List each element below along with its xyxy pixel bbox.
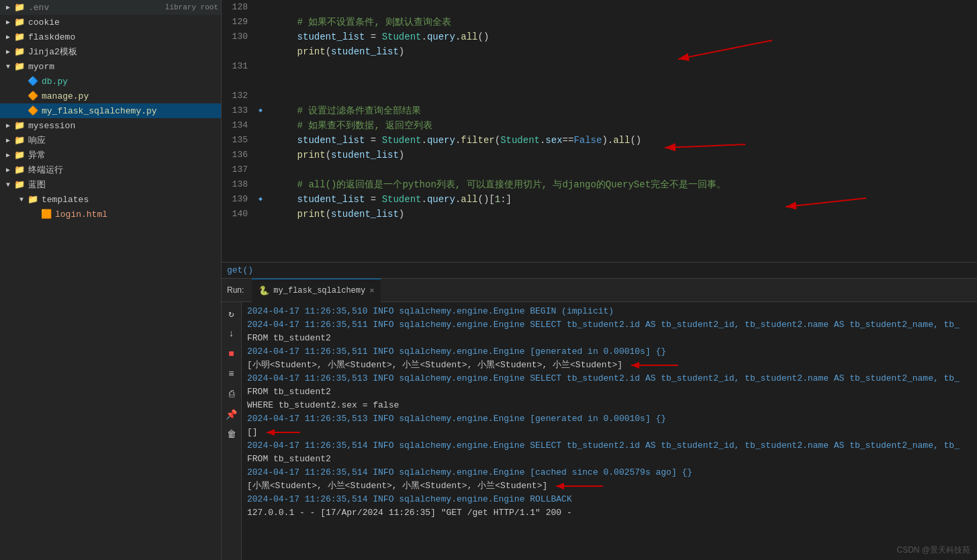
run-actions: ↻ ↓ ■ ≡ ⎙ 📌 🗑 xyxy=(222,302,242,560)
sidebar-item-cookie[interactable]: ▶ 📁 cookie xyxy=(0,15,221,30)
sidebar-item-templates[interactable]: ▼ 📁 templates xyxy=(0,192,221,207)
folder-icon: 📁 xyxy=(13,150,26,160)
run-tab-name: my_flask_sqlalchemy xyxy=(273,286,365,295)
code-line-135: 135 student_list = Student.query.filter(… xyxy=(222,133,977,148)
code-line-140: 140 print(student_list) xyxy=(222,207,977,222)
python-file-icon: 🔶 xyxy=(27,91,39,101)
output-line-2: 2024-04-17 11:26:35,511 INFO sqlalchemy.… xyxy=(247,318,972,332)
output-result-1: [小明<Student>, 小黑<Student>, 小兰<Student>, … xyxy=(247,359,622,372)
sidebar-item-jinja2[interactable]: ▶ 📁 Jinja2模板 xyxy=(0,44,221,59)
sidebar-item-response[interactable]: ▶ 📁 响应 xyxy=(0,133,221,148)
code-line-131: 131 print(student_list) xyxy=(222,44,977,89)
trash-button[interactable]: 🗑 xyxy=(224,427,239,442)
output-line-13: 2024-04-17 11:26:35,514 INFO sqlalchemy.… xyxy=(247,466,972,479)
folder-icon: 📁 xyxy=(13,17,26,28)
output-line-6: 2024-04-17 11:26:35,513 INFO sqlalchemy.… xyxy=(247,372,972,385)
arrow-icon: ▶ xyxy=(3,48,13,56)
watermark: CSDN @景天科技苑 xyxy=(896,543,970,557)
sidebar-item-mysession[interactable]: ▶ 📁 mysession xyxy=(0,118,221,133)
folder-icon: 📁 xyxy=(13,120,26,131)
red-arrow-3 xyxy=(553,481,606,492)
code-line-129: 129 # 如果不设置条件, 则默认查询全表 xyxy=(222,15,977,30)
arrow-icon: ▶ xyxy=(3,166,13,174)
code-line-132: 132 xyxy=(222,89,977,103)
library-root-label: library root xyxy=(165,3,218,11)
sidebar-item-login-html[interactable]: 🟧 login.html xyxy=(0,207,221,222)
code-line-139: 139 ◆ student_list = Student.query.all()… xyxy=(222,192,977,207)
output-line-16: 127.0.0.1 - - [17/Apr/2024 11:26:35] "GE… xyxy=(247,506,972,520)
arrow-icon: ▶ xyxy=(3,18,13,26)
sidebar-item-env[interactable]: ▶ 📁 .env library root xyxy=(0,0,221,15)
sidebar-label-templates: templates xyxy=(42,195,218,205)
run-content-area: ↻ ↓ ■ ≡ ⎙ 📌 🗑 2024-04-17 11:26:35,510 IN… xyxy=(222,302,977,560)
sidebar-label-my-flask-sqlalchemy: my_flask_sqlalchemy.py xyxy=(42,106,218,116)
output-line-15: 2024-04-17 11:26:35,514 INFO sqlalchemy.… xyxy=(247,493,972,506)
output-line-3: FROM tb_student2 xyxy=(247,332,972,345)
folder-icon: 📁 xyxy=(13,46,26,57)
arrow-icon: ▼ xyxy=(3,181,13,189)
sidebar-label-blueprint: 蓝图 xyxy=(28,179,218,191)
sidebar-item-db-py[interactable]: 🔷 db.py xyxy=(0,74,221,89)
output-line-14: [小黑<Student>, 小兰<Student>, 小黑<Student>, … xyxy=(247,479,972,493)
code-line-128: 128 xyxy=(222,0,977,15)
code-line-130: 130 student_list = Student.query.all() xyxy=(222,30,977,44)
sidebar-label-manage-py: manage.py xyxy=(42,91,218,101)
code-line-134: 134 # 如果查不到数据, 返回空列表 xyxy=(222,118,977,133)
arrow-icon: ▶ xyxy=(3,122,13,130)
sidebar-label-env: .env xyxy=(28,3,162,13)
main-area: ▶ 📁 .env library root ▶ 📁 cookie ▶ 📁 fla… xyxy=(0,0,977,560)
sidebar-label-myorm: myorm xyxy=(28,62,218,72)
sidebar-item-blueprint[interactable]: ▼ 📁 蓝图 xyxy=(0,177,221,192)
run-tab[interactable]: 🐍 my_flask_sqlalchemy ✕ xyxy=(252,279,381,302)
sidebar-item-flaskdemo[interactable]: ▶ 📁 flaskdemo xyxy=(0,30,221,44)
output-line-4: 2024-04-17 11:26:35,511 INFO sqlalchemy.… xyxy=(247,345,972,359)
arrow-icon: ▼ xyxy=(3,63,13,71)
sidebar-item-manage-py[interactable]: 🔶 manage.py xyxy=(0,89,221,103)
sidebar-item-my-flask-sqlalchemy[interactable]: 🔶 my_flask_sqlalchemy.py xyxy=(0,103,221,118)
code-line-136: 136 print(student_list) xyxy=(222,148,977,162)
rerun-button[interactable]: ↻ xyxy=(224,306,239,321)
sidebar-label-jinja2: Jinja2模板 xyxy=(28,46,218,58)
sidebar-label-exception: 异常 xyxy=(28,149,218,161)
output-line-10: [] xyxy=(247,426,972,439)
arrow-icon: ▶ xyxy=(3,3,13,11)
close-tab-button[interactable]: ✕ xyxy=(369,285,374,295)
folder-icon: 📁 xyxy=(13,61,26,72)
code-editor: 128 129 # 如果不设置条件, 则默认查询全表 130 student_l… xyxy=(222,0,977,278)
output-line-8: WHERE tb_student2.sex = false xyxy=(247,399,972,412)
print-button[interactable]: ⎙ xyxy=(224,387,239,402)
settings-button[interactable]: ≡ xyxy=(224,367,239,381)
sidebar-label-login-html: login.html xyxy=(55,209,218,220)
output-line-11: 2024-04-17 11:26:35,514 INFO sqlalchemy.… xyxy=(247,439,972,453)
code-content[interactable]: 128 129 # 如果不设置条件, 则默认查询全表 130 student_l… xyxy=(222,0,977,262)
output-line-9: 2024-04-17 11:26:35,513 INFO sqlalchemy.… xyxy=(247,412,972,426)
sidebar-item-terminal[interactable]: ▶ 📁 终端运行 xyxy=(0,162,221,177)
code-line-133: 133 ◆ # 设置过滤条件查询全部结果 xyxy=(222,103,977,118)
output-result-2: [] xyxy=(247,426,258,439)
red-arrow-1 xyxy=(628,360,682,371)
sidebar-item-exception[interactable]: ▶ 📁 异常 xyxy=(0,148,221,162)
folder-icon: 📁 xyxy=(13,179,26,190)
folder-icon: 📁 xyxy=(13,135,26,146)
get-status: get() xyxy=(222,262,977,278)
run-panel-header: Run: 🐍 my_flask_sqlalchemy ✕ xyxy=(222,279,977,302)
sidebar-label-mysession: mysession xyxy=(28,121,218,131)
sidebar-label-cookie: cookie xyxy=(28,17,218,28)
sidebar-label-response: 响应 xyxy=(28,134,218,146)
folder-icon: 📁 xyxy=(13,32,26,42)
sidebar-label-db-py: db.py xyxy=(42,77,218,87)
arrow-icon: ▶ xyxy=(3,136,13,144)
sidebar-item-myorm[interactable]: ▼ 📁 myorm xyxy=(0,59,221,74)
html-file-icon: 🟧 xyxy=(40,209,52,220)
stop-button[interactable]: ■ xyxy=(224,346,239,361)
output-line-5: [小明<Student>, 小黑<Student>, 小兰<Student>, … xyxy=(247,359,972,372)
red-arrow-2 xyxy=(263,427,304,438)
pin-button[interactable]: 📌 xyxy=(224,407,239,422)
run-label: Run: xyxy=(227,285,244,295)
get-status-label: get() xyxy=(227,265,253,275)
scroll-down-button[interactable]: ↓ xyxy=(224,326,239,341)
folder-icon: 📁 xyxy=(13,165,26,175)
sidebar-label-terminal: 终端运行 xyxy=(28,164,218,176)
output-line-12: FROM tb_student2 xyxy=(247,453,972,466)
run-output[interactable]: 2024-04-17 11:26:35,510 INFO sqlalchemy.… xyxy=(242,302,977,560)
